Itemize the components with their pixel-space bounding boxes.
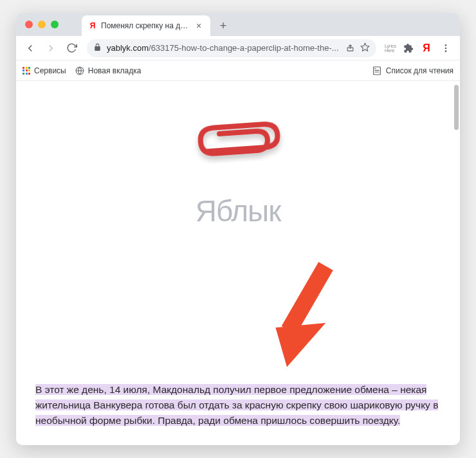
share-icon[interactable] xyxy=(345,42,355,54)
article-paragraph: В этот же день, 14 июля, Макдональд полу… xyxy=(35,382,441,428)
bookmarks-bar: Сервисы Новая вкладка Список для чтения xyxy=(16,60,460,81)
forward-button[interactable] xyxy=(42,39,60,57)
tab-title: Поменял скрепку на дом: ре xyxy=(101,21,190,30)
svg-point-2 xyxy=(445,44,447,46)
reading-list-label: Список для чтения xyxy=(386,66,453,75)
reload-icon xyxy=(66,42,77,53)
minimize-window-button[interactable] xyxy=(38,21,46,28)
chrome-menu-button[interactable] xyxy=(437,39,455,57)
tab-strip: Я Поменял скрепку на дом: ре × + xyxy=(82,13,232,36)
extensions-menu-icon[interactable] xyxy=(401,41,416,56)
svg-marker-1 xyxy=(361,43,369,51)
kebab-menu-icon xyxy=(441,43,451,53)
svg-point-4 xyxy=(445,50,447,52)
new-tab-button[interactable]: + xyxy=(214,17,232,35)
svg-point-7 xyxy=(374,68,376,69)
apps-shortcut[interactable]: Сервисы xyxy=(23,66,66,75)
page-content: Яблык В этот же день, 14 июля, Макдональ… xyxy=(16,81,460,445)
extension-yandex[interactable]: Я xyxy=(419,41,434,56)
reading-list-icon xyxy=(372,66,382,76)
highlighted-text[interactable]: В этот же день, 14 июля, Макдональд полу… xyxy=(35,384,438,426)
svg-point-3 xyxy=(445,47,447,49)
browser-window: Я Поменял скрепку на дом: ре × + yablyk.… xyxy=(16,13,460,445)
brand-watermark: Яблык xyxy=(35,194,441,228)
svg-rect-10 xyxy=(282,262,333,334)
annotation-arrow xyxy=(267,261,351,373)
extension-lyrics[interactable]: Lyrics Here xyxy=(383,41,398,56)
window-controls xyxy=(25,21,59,28)
svg-rect-6 xyxy=(373,67,380,75)
reading-list-button[interactable]: Список для чтения xyxy=(372,66,453,76)
page-viewport: Яблык В этот же день, 14 июля, Макдональ… xyxy=(16,81,460,445)
arrow-right-icon xyxy=(45,42,57,54)
globe-icon xyxy=(75,66,84,75)
tab-close-button[interactable]: × xyxy=(194,21,204,31)
bookmark-new-tab-label: Новая вкладка xyxy=(88,66,142,75)
titlebar: Я Поменял скрепку на дом: ре × + xyxy=(16,13,460,36)
reload-button[interactable] xyxy=(62,39,80,57)
maximize-window-button[interactable] xyxy=(51,21,59,28)
apps-label: Сервисы xyxy=(34,66,66,75)
browser-tab-active[interactable]: Я Поменял скрепку на дом: ре × xyxy=(82,15,210,36)
paperclip-image xyxy=(35,113,441,174)
url-text: yablyk.com/633175-how-to-change-a-paperc… xyxy=(107,43,340,53)
favicon-yablyk: Я xyxy=(88,21,97,30)
toolbar: yablyk.com/633175-how-to-change-a-paperc… xyxy=(16,36,460,60)
apps-grid-icon xyxy=(23,67,30,75)
address-bar[interactable]: yablyk.com/633175-how-to-change-a-paperc… xyxy=(87,39,376,57)
bookmark-new-tab[interactable]: Новая вкладка xyxy=(75,66,142,75)
back-button[interactable] xyxy=(21,39,39,57)
arrow-left-icon xyxy=(24,42,36,54)
lock-icon xyxy=(93,43,102,53)
close-window-button[interactable] xyxy=(25,21,33,28)
bookmark-star-icon[interactable] xyxy=(360,42,370,54)
